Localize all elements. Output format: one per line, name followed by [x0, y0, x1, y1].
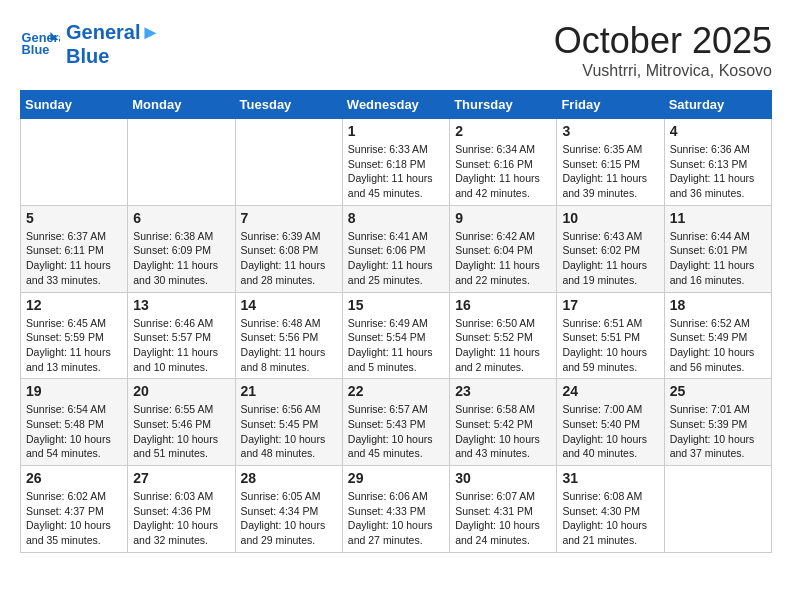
- weekday-header-thursday: Thursday: [450, 91, 557, 119]
- day-number: 20: [133, 383, 229, 399]
- logo-subtext: Blue: [66, 44, 160, 68]
- calendar-week-row: 19Sunrise: 6:54 AMSunset: 5:48 PMDayligh…: [21, 379, 772, 466]
- day-info: Sunrise: 6:37 AMSunset: 6:11 PMDaylight:…: [26, 229, 122, 288]
- calendar-cell: 22Sunrise: 6:57 AMSunset: 5:43 PMDayligh…: [342, 379, 449, 466]
- day-info: Sunrise: 6:34 AMSunset: 6:16 PMDaylight:…: [455, 142, 551, 201]
- calendar-cell: 26Sunrise: 6:02 AMSunset: 4:37 PMDayligh…: [21, 466, 128, 553]
- logo-text: General►: [66, 20, 160, 44]
- day-info: Sunrise: 6:54 AMSunset: 5:48 PMDaylight:…: [26, 402, 122, 461]
- day-number: 5: [26, 210, 122, 226]
- calendar-cell: 11Sunrise: 6:44 AMSunset: 6:01 PMDayligh…: [664, 205, 771, 292]
- day-number: 6: [133, 210, 229, 226]
- day-number: 27: [133, 470, 229, 486]
- day-number: 26: [26, 470, 122, 486]
- day-info: Sunrise: 6:55 AMSunset: 5:46 PMDaylight:…: [133, 402, 229, 461]
- day-info: Sunrise: 6:42 AMSunset: 6:04 PMDaylight:…: [455, 229, 551, 288]
- day-number: 1: [348, 123, 444, 139]
- location: Vushtrri, Mitrovica, Kosovo: [554, 62, 772, 80]
- day-number: 28: [241, 470, 337, 486]
- logo-icon: General Blue: [20, 24, 60, 64]
- calendar-cell: 21Sunrise: 6:56 AMSunset: 5:45 PMDayligh…: [235, 379, 342, 466]
- day-number: 23: [455, 383, 551, 399]
- calendar-cell: [21, 119, 128, 206]
- day-info: Sunrise: 6:36 AMSunset: 6:13 PMDaylight:…: [670, 142, 766, 201]
- day-info: Sunrise: 6:46 AMSunset: 5:57 PMDaylight:…: [133, 316, 229, 375]
- calendar-cell: 15Sunrise: 6:49 AMSunset: 5:54 PMDayligh…: [342, 292, 449, 379]
- day-info: Sunrise: 6:44 AMSunset: 6:01 PMDaylight:…: [670, 229, 766, 288]
- page-header: General Blue General► Blue October 2025 …: [20, 20, 772, 80]
- day-info: Sunrise: 6:50 AMSunset: 5:52 PMDaylight:…: [455, 316, 551, 375]
- calendar-cell: 31Sunrise: 6:08 AMSunset: 4:30 PMDayligh…: [557, 466, 664, 553]
- day-info: Sunrise: 6:58 AMSunset: 5:42 PMDaylight:…: [455, 402, 551, 461]
- day-info: Sunrise: 6:52 AMSunset: 5:49 PMDaylight:…: [670, 316, 766, 375]
- calendar-cell: 19Sunrise: 6:54 AMSunset: 5:48 PMDayligh…: [21, 379, 128, 466]
- day-number: 19: [26, 383, 122, 399]
- day-number: 8: [348, 210, 444, 226]
- calendar-cell: [235, 119, 342, 206]
- day-number: 11: [670, 210, 766, 226]
- day-number: 22: [348, 383, 444, 399]
- day-info: Sunrise: 6:35 AMSunset: 6:15 PMDaylight:…: [562, 142, 658, 201]
- day-info: Sunrise: 6:57 AMSunset: 5:43 PMDaylight:…: [348, 402, 444, 461]
- day-info: Sunrise: 6:56 AMSunset: 5:45 PMDaylight:…: [241, 402, 337, 461]
- day-info: Sunrise: 6:51 AMSunset: 5:51 PMDaylight:…: [562, 316, 658, 375]
- calendar-header: SundayMondayTuesdayWednesdayThursdayFrid…: [21, 91, 772, 119]
- weekday-header-row: SundayMondayTuesdayWednesdayThursdayFrid…: [21, 91, 772, 119]
- calendar-cell: 27Sunrise: 6:03 AMSunset: 4:36 PMDayligh…: [128, 466, 235, 553]
- weekday-header-wednesday: Wednesday: [342, 91, 449, 119]
- month-title: October 2025: [554, 20, 772, 62]
- day-number: 7: [241, 210, 337, 226]
- day-info: Sunrise: 6:49 AMSunset: 5:54 PMDaylight:…: [348, 316, 444, 375]
- day-number: 29: [348, 470, 444, 486]
- calendar-cell: 30Sunrise: 6:07 AMSunset: 4:31 PMDayligh…: [450, 466, 557, 553]
- day-number: 16: [455, 297, 551, 313]
- calendar-cell: 7Sunrise: 6:39 AMSunset: 6:08 PMDaylight…: [235, 205, 342, 292]
- calendar-cell: 28Sunrise: 6:05 AMSunset: 4:34 PMDayligh…: [235, 466, 342, 553]
- calendar-cell: 10Sunrise: 6:43 AMSunset: 6:02 PMDayligh…: [557, 205, 664, 292]
- calendar-cell: 29Sunrise: 6:06 AMSunset: 4:33 PMDayligh…: [342, 466, 449, 553]
- day-number: 21: [241, 383, 337, 399]
- calendar-cell: 20Sunrise: 6:55 AMSunset: 5:46 PMDayligh…: [128, 379, 235, 466]
- calendar-cell: 2Sunrise: 6:34 AMSunset: 6:16 PMDaylight…: [450, 119, 557, 206]
- calendar-cell: 18Sunrise: 6:52 AMSunset: 5:49 PMDayligh…: [664, 292, 771, 379]
- weekday-header-saturday: Saturday: [664, 91, 771, 119]
- calendar-cell: 3Sunrise: 6:35 AMSunset: 6:15 PMDaylight…: [557, 119, 664, 206]
- calendar-cell: 23Sunrise: 6:58 AMSunset: 5:42 PMDayligh…: [450, 379, 557, 466]
- day-info: Sunrise: 6:41 AMSunset: 6:06 PMDaylight:…: [348, 229, 444, 288]
- calendar-cell: [128, 119, 235, 206]
- day-number: 2: [455, 123, 551, 139]
- day-info: Sunrise: 6:45 AMSunset: 5:59 PMDaylight:…: [26, 316, 122, 375]
- calendar-cell: 24Sunrise: 7:00 AMSunset: 5:40 PMDayligh…: [557, 379, 664, 466]
- calendar-cell: 12Sunrise: 6:45 AMSunset: 5:59 PMDayligh…: [21, 292, 128, 379]
- day-number: 12: [26, 297, 122, 313]
- day-info: Sunrise: 6:39 AMSunset: 6:08 PMDaylight:…: [241, 229, 337, 288]
- calendar-cell: 1Sunrise: 6:33 AMSunset: 6:18 PMDaylight…: [342, 119, 449, 206]
- day-number: 3: [562, 123, 658, 139]
- calendar-cell: 9Sunrise: 6:42 AMSunset: 6:04 PMDaylight…: [450, 205, 557, 292]
- day-number: 25: [670, 383, 766, 399]
- day-info: Sunrise: 6:03 AMSunset: 4:36 PMDaylight:…: [133, 489, 229, 548]
- day-info: Sunrise: 6:07 AMSunset: 4:31 PMDaylight:…: [455, 489, 551, 548]
- day-number: 4: [670, 123, 766, 139]
- day-info: Sunrise: 6:43 AMSunset: 6:02 PMDaylight:…: [562, 229, 658, 288]
- calendar-cell: [664, 466, 771, 553]
- calendar-table: SundayMondayTuesdayWednesdayThursdayFrid…: [20, 90, 772, 553]
- day-info: Sunrise: 6:02 AMSunset: 4:37 PMDaylight:…: [26, 489, 122, 548]
- day-number: 13: [133, 297, 229, 313]
- day-info: Sunrise: 6:06 AMSunset: 4:33 PMDaylight:…: [348, 489, 444, 548]
- svg-text:Blue: Blue: [22, 42, 50, 57]
- day-number: 9: [455, 210, 551, 226]
- title-block: October 2025 Vushtrri, Mitrovica, Kosovo: [554, 20, 772, 80]
- day-number: 10: [562, 210, 658, 226]
- day-info: Sunrise: 7:01 AMSunset: 5:39 PMDaylight:…: [670, 402, 766, 461]
- day-info: Sunrise: 6:05 AMSunset: 4:34 PMDaylight:…: [241, 489, 337, 548]
- day-number: 31: [562, 470, 658, 486]
- calendar-week-row: 1Sunrise: 6:33 AMSunset: 6:18 PMDaylight…: [21, 119, 772, 206]
- day-info: Sunrise: 6:33 AMSunset: 6:18 PMDaylight:…: [348, 142, 444, 201]
- day-number: 24: [562, 383, 658, 399]
- day-info: Sunrise: 6:38 AMSunset: 6:09 PMDaylight:…: [133, 229, 229, 288]
- day-number: 30: [455, 470, 551, 486]
- day-info: Sunrise: 7:00 AMSunset: 5:40 PMDaylight:…: [562, 402, 658, 461]
- day-number: 15: [348, 297, 444, 313]
- day-number: 17: [562, 297, 658, 313]
